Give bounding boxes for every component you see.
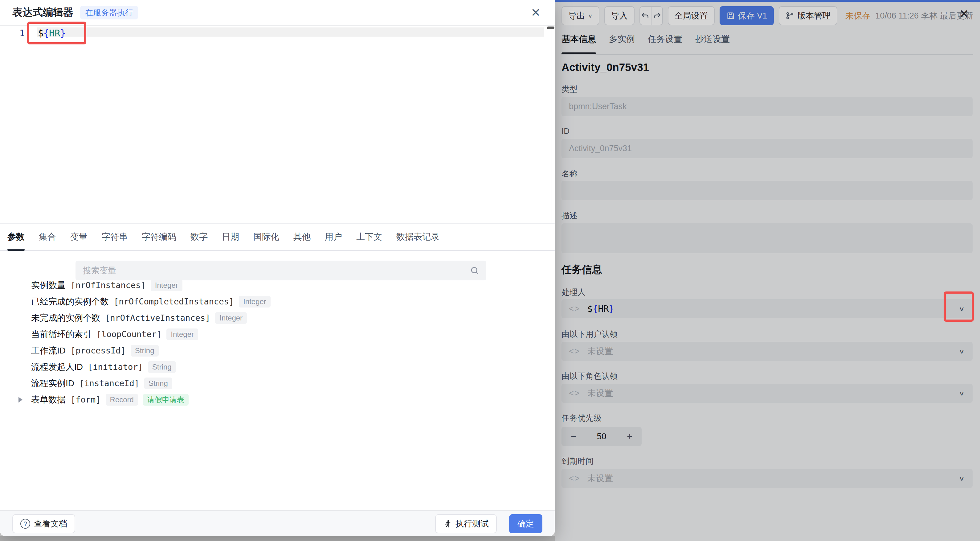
priority-stepper: − 50 + [562,427,642,446]
editor-scrollbar[interactable] [552,26,552,223]
tab-context[interactable]: 上下文 [356,223,382,250]
tab-date[interactable]: 日期 [222,223,239,250]
variable-code: [nrOfActiveInstances] [105,313,210,322]
modal-close-icon[interactable]: ✕ [531,7,541,19]
tab-multi-instance[interactable]: 多实例 [609,33,635,54]
run-test-button[interactable]: 执行测试 [435,514,497,533]
list-item[interactable]: 流程实例ID [instanceId] String [0,375,542,391]
undo-icon [641,11,650,20]
list-item[interactable]: 当前循环的索引 [loopCounter] Integer [0,326,542,342]
line-number: 1 [12,28,25,38]
list-item[interactable]: 流程发起人ID [initiator] String [0,359,542,375]
export-button[interactable]: 导出 ∨ [562,6,600,25]
due-time-label: 到期时间 [562,456,593,467]
expand-caret-icon[interactable] [19,397,22,402]
modal-title: 表达式编辑器 [12,6,73,19]
id-label: ID [562,126,570,136]
redo-button[interactable] [651,7,662,25]
variable-label: 当前循环的索引 [31,329,92,340]
save-button[interactable]: 保存 V1 [719,6,774,25]
view-docs-label: 查看文档 [34,518,67,529]
type-field: bpmn:UserTask [562,97,973,116]
undo-button[interactable] [640,7,651,25]
confirm-button[interactable]: 确定 [509,514,542,533]
name-field[interactable] [562,181,973,200]
panel-tabs: 基本信息 多实例 任务设置 抄送设置 [562,33,973,55]
type-badge: String [148,361,176,373]
element-heading: Activity_0n75v31 [562,61,649,73]
question-circle-icon: ? [20,519,30,529]
id-value: Activity_0n75v31 [569,144,632,153]
tab-encoding[interactable]: 字符编码 [142,223,176,250]
server-execution-badge: 在服务器执行 [80,6,138,19]
modal-backdrop [0,536,555,541]
chevron-down-icon[interactable]: ∨ [959,348,964,355]
variable-code: [initiator] [88,362,143,372]
list-item[interactable]: 表单数据 [form] Record 请假申请表 [0,391,542,408]
redo-icon [652,11,662,20]
tab-string[interactable]: 字符串 [102,223,127,250]
due-time-value: 未设置 [587,472,613,484]
editor-scrollbar-thumb[interactable] [547,27,554,29]
tab-i18n[interactable]: 国际化 [253,223,279,250]
tab-collections[interactable]: 集合 [39,223,56,250]
expression-icon: <> [569,389,581,398]
type-badge: Integer [239,296,270,308]
category-tabs: 参数 集合 变量 字符串 字符编码 数字 日期 国际化 其他 用户 上下文 数据… [0,223,555,251]
modal-footer: ? 查看文档 执行测试 确定 [0,510,555,536]
tab-cc-settings[interactable]: 抄送设置 [695,33,730,54]
export-label: 导出 [568,10,585,21]
list-item[interactable]: 未完成的实例个数 [nrOfActiveInstances] Integer [0,310,542,326]
code-editor[interactable]: 1 ${HR} [0,26,555,223]
variable-code: [processId] [71,346,126,355]
variable-list: 实例数量 [nrOfInstances] Integer 已经完成的实例个数 [… [0,277,542,408]
variable-label: 实例数量 [31,279,66,291]
list-item[interactable]: 已经完成的实例个数 [nrOfCompletedInstances] Integ… [0,293,542,310]
tab-basic-info[interactable]: 基本信息 [562,33,596,54]
diagram-toolbar: 导出 ∨ 导入 全局设置 [562,6,973,25]
variable-label: 未完成的实例个数 [31,312,100,324]
branch-icon [786,11,794,20]
tab-other[interactable]: 其他 [293,223,311,250]
plus-button[interactable]: + [617,431,642,442]
type-badge: Integer [215,312,247,324]
tab-task-settings[interactable]: 任务设置 [648,33,682,54]
assignee-select[interactable]: <> ${HR} ∨ [562,299,973,318]
priority-value[interactable]: 50 [585,431,617,441]
view-docs-button[interactable]: ? 查看文档 [12,514,75,533]
tab-table-records[interactable]: 数据表记录 [396,223,439,250]
claim-user-select[interactable]: <> 未设置 ∨ [562,342,973,361]
variable-label: 已经完成的实例个数 [31,296,109,308]
annotation-box-assignee-chevron [943,292,974,322]
list-item[interactable]: 工作流ID [processId] String [0,342,542,359]
chevron-down-icon[interactable]: ∨ [959,475,964,482]
expression-editor-modal: 表达式编辑器 在服务器执行 ✕ 1 ${HR} 参数 集合 变量 字符串 字符编… [0,0,555,536]
global-settings-label: 全局设置 [675,10,708,21]
minus-button[interactable]: − [562,431,585,442]
list-item[interactable]: 实例数量 [nrOfInstances] Integer [0,277,542,293]
unsaved-status: 未保存 [845,10,870,21]
claim-role-value: 未设置 [587,388,613,399]
panel-close-icon[interactable]: ✕ [959,8,969,20]
version-management-label: 版本管理 [797,10,830,21]
chevron-down-icon[interactable]: ∨ [959,389,964,397]
tab-parameters[interactable]: 参数 [7,223,25,250]
variable-code: [nrOfInstances] [71,280,146,290]
version-management-button[interactable]: 版本管理 [779,6,837,25]
type-label: 类型 [562,84,578,95]
name-label: 名称 [562,168,578,179]
tab-variables[interactable]: 变量 [70,223,88,250]
save-icon [726,11,735,20]
claim-role-select[interactable]: <> 未设置 ∨ [562,384,973,403]
description-field[interactable] [562,223,973,253]
variable-label: 流程实例ID [31,378,74,389]
tab-user[interactable]: 用户 [325,223,342,250]
due-time-select[interactable]: <> 未设置 ∨ [562,469,973,488]
assignee-value: ${HR} [587,303,614,314]
type-badge: Integer [151,279,183,291]
tab-number[interactable]: 数字 [191,223,208,250]
variable-code: [instanceId] [79,378,139,388]
import-button[interactable]: 导入 [605,6,635,25]
global-settings-button[interactable]: 全局设置 [668,6,715,25]
expression-icon: <> [569,304,581,314]
